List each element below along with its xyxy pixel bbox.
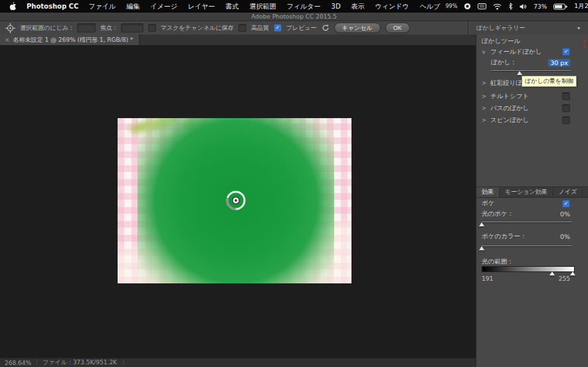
wifi-icon[interactable] [493, 3, 502, 10]
close-icon[interactable]: × [5, 37, 10, 43]
menu-filter[interactable]: フィルター [282, 2, 326, 11]
slider-track[interactable] [491, 70, 571, 71]
light-range-gradient[interactable] [482, 266, 575, 272]
canvas-area[interactable] [0, 45, 476, 358]
battery-icon[interactable] [553, 3, 567, 10]
chevron-right-icon[interactable]: > [482, 94, 487, 100]
status-bar: 268.64% ファイル : 373.5K/951.2K 〉 [0, 358, 476, 367]
slider-thumb[interactable] [517, 71, 522, 75]
panel-scroll-mark [583, 40, 586, 42]
reset-icon[interactable] [322, 24, 330, 32]
tab-motion-effects[interactable]: モーション効果 [500, 187, 553, 197]
check-icon: ✓ [275, 25, 280, 31]
save-mask-label: マスクをチャンネルに保存 [161, 24, 234, 33]
slider-thumb[interactable] [479, 222, 484, 226]
panel-scroll-mark [583, 45, 586, 48]
screen: Photoshop CC ファイル 編集 イメージ レイヤー 書式 選択範囲 フ… [0, 0, 588, 367]
field-blur-label: フィールドぼかし [490, 48, 542, 56]
battery-percent[interactable]: 73% [534, 3, 547, 10]
save-mask-checkbox[interactable] [148, 24, 156, 32]
menu-select[interactable]: 選択範囲 [245, 2, 282, 11]
tilt-shift-checkbox[interactable] [562, 92, 570, 100]
check-icon: ✓ [564, 49, 569, 54]
blur-amount-value[interactable]: 30 px [548, 59, 570, 66]
blur-amount-row: ぼかし : 30 px [491, 58, 570, 67]
spin-blur-row[interactable]: > スピンぼかし [482, 115, 570, 125]
blur-pin[interactable] [223, 187, 249, 216]
slider-tooltip: ぼかしの量を制御 [522, 76, 577, 87]
light-range-high-thumb[interactable] [570, 271, 575, 275]
field-blur-checkbox[interactable]: ✓ [562, 48, 570, 56]
bokeh-label: ボケ [482, 199, 494, 208]
record-icon[interactable] [464, 3, 471, 10]
statusbar-divider [37, 360, 37, 366]
focus-input[interactable] [121, 23, 144, 33]
meter-percent[interactable]: 99% [445, 3, 457, 9]
slider-track[interactable] [482, 222, 572, 222]
zoom-level[interactable]: 268.64% [5, 360, 31, 366]
document-tab-label: 名称未設定 1 @ 269% (楕円形 1, RGB/8) * [13, 36, 134, 44]
menu-image[interactable]: イメージ [145, 2, 183, 11]
slider-thumb[interactable] [479, 246, 484, 250]
menu-layer[interactable]: レイヤー [183, 2, 221, 11]
volume-icon[interactable] [520, 3, 527, 10]
blur-amount-slider[interactable] [491, 68, 571, 76]
chevron-right-icon[interactable]: > [482, 106, 487, 111]
light-bokeh-value[interactable]: 0% [560, 210, 570, 218]
document-window: × 名称未設定 1 @ 269% (楕円形 1, RGB/8) * [0, 35, 476, 367]
slider-track[interactable] [482, 246, 572, 246]
bokeh-color-label: ボケのカラー : [482, 232, 524, 241]
menu-edit[interactable]: 編集 [121, 2, 145, 11]
document-tabbar: × 名称未設定 1 @ 269% (楕円形 1, RGB/8) * [0, 35, 476, 46]
bluetooth-icon[interactable] [508, 3, 513, 10]
menubar-status-icons: 99% 73% 1月27日(金) 9:44:02 [445, 2, 588, 11]
path-blur-checkbox[interactable] [562, 104, 570, 112]
blur-tools-title: ぼかしツール [482, 37, 520, 46]
light-range-low-value[interactable]: 191 [482, 275, 493, 282]
tilt-shift-row[interactable]: > チルトシフト [482, 92, 570, 101]
chevron-right-icon[interactable]: > [482, 117, 487, 123]
tab-noise[interactable]: ノイズ [553, 187, 583, 197]
menu-app-name[interactable]: Photoshop CC [22, 3, 83, 10]
high-quality-checkbox[interactable] [239, 24, 246, 32]
blur-tool-icon [5, 23, 15, 33]
light-bokeh-slider[interactable] [482, 219, 572, 227]
path-blur-label: パスのぼかし [490, 104, 529, 113]
menu-3d[interactable]: 3D [326, 3, 346, 10]
bokeh-color-slider[interactable] [482, 243, 572, 251]
workspace-label: ぼかしギャラリー [476, 24, 525, 33]
cancel-button[interactable]: キャンセル [334, 23, 381, 33]
light-range-high-value[interactable]: 255 [559, 275, 570, 282]
menu-file[interactable]: ファイル [83, 2, 121, 11]
chevron-down-icon[interactable]: ∨ [482, 49, 487, 55]
menu-help[interactable]: ヘルプ [415, 2, 446, 11]
document-tab[interactable]: × 名称未設定 1 @ 269% (楕円形 1, RGB/8) * [0, 35, 140, 45]
path-blur-row[interactable]: > パスのぼかし [482, 104, 570, 113]
menu-type[interactable]: 書式 [221, 2, 245, 11]
spin-blur-checkbox[interactable] [562, 116, 570, 124]
apple-menu[interactable] [9, 2, 17, 11]
effects-tabbar: 効果 モーション効果 ノイズ [476, 186, 588, 198]
preview-checkbox[interactable]: ✓ [274, 24, 282, 32]
blur-gallery-panel: ぼかしツール ∨ フィールドぼかし ✓ ぼかし : 30 px > 虹彩絞りぼか… [476, 35, 588, 367]
menu-view[interactable]: 表示 [346, 2, 370, 11]
feather-input[interactable] [77, 23, 96, 33]
keyboard-icon[interactable] [478, 3, 486, 9]
bokeh-color-value[interactable]: 0% [560, 233, 570, 240]
ok-button[interactable]: OK [385, 23, 410, 33]
high-quality-label: 高品質 [251, 24, 269, 33]
workspace-switcher[interactable]: ぼかしギャラリー ▾ [468, 21, 583, 35]
spin-blur-label: スピンぼかし [490, 116, 529, 125]
chevron-right-icon[interactable]: > [482, 80, 487, 86]
bokeh-checkbox[interactable]: ✓ [562, 200, 570, 208]
tab-effects[interactable]: 効果 [476, 187, 500, 197]
blur-amount-label: ぼかし : [491, 58, 514, 67]
field-blur-row[interactable]: ∨ フィールドぼかし ✓ [482, 47, 570, 56]
statusbar-chevron-icon[interactable]: 〉 [122, 359, 128, 366]
document-image[interactable] [118, 118, 351, 283]
apple-icon [9, 2, 17, 11]
macos-menubar: Photoshop CC ファイル 編集 イメージ レイヤー 書式 選択範囲 フ… [0, 0, 588, 13]
menu-window[interactable]: ウィンドウ [370, 2, 415, 11]
menubar-clock[interactable]: 1月27日(金) 9:44:02 [574, 2, 588, 11]
bokeh-color-row: ボケのカラー : 0% [482, 232, 570, 241]
